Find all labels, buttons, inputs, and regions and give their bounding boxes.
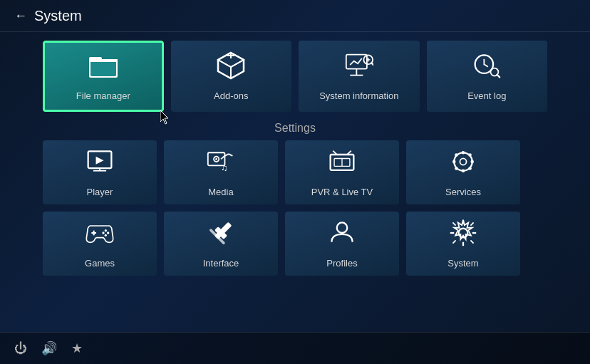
- folder-icon: [89, 51, 118, 86]
- svg-line-66: [470, 222, 473, 225]
- pvr-icon: [328, 147, 356, 182]
- tile-interface[interactable]: Interface: [164, 212, 278, 276]
- back-button[interactable]: ←: [14, 9, 27, 24]
- tile-player[interactable]: Player: [43, 140, 157, 204]
- svg-point-44: [470, 160, 474, 164]
- top-tiles-row: File manager Add-ons: [0, 32, 590, 120]
- settings-grid: Player ♫ Media: [0, 140, 590, 276]
- tile-player-label: Player: [87, 187, 113, 197]
- tile-games-label: Games: [85, 258, 115, 269]
- profiles-icon: [328, 219, 356, 254]
- tile-games[interactable]: Games: [43, 212, 157, 276]
- tile-system-information-label: System information: [319, 90, 398, 101]
- svg-rect-2: [90, 61, 116, 76]
- tile-file-manager-label: File manager: [76, 90, 130, 101]
- header: ← System: [0, 0, 590, 32]
- tile-profiles-label: Profiles: [326, 258, 357, 269]
- box-icon: [217, 51, 245, 86]
- svg-point-29: [215, 158, 217, 160]
- tile-profiles[interactable]: Profiles: [285, 212, 399, 276]
- svg-point-48: [455, 167, 458, 170]
- power-button[interactable]: ⏻: [14, 341, 27, 356]
- svg-point-53: [102, 232, 104, 234]
- tile-pvr-live-tv[interactable]: PVR & Live TV: [285, 140, 399, 204]
- svg-point-40: [460, 158, 466, 165]
- tile-add-ons[interactable]: Add-ons: [171, 41, 291, 112]
- svg-rect-3: [89, 59, 118, 62]
- settings-header: Settings: [0, 122, 590, 135]
- tile-system[interactable]: System: [406, 212, 520, 276]
- tile-interface-label: Interface: [203, 258, 239, 269]
- bottom-bar: ⏻ 🔊 ★: [0, 332, 590, 364]
- services-icon: [449, 147, 477, 182]
- tv-play-icon: [86, 147, 114, 182]
- svg-line-64: [452, 222, 455, 225]
- svg-point-41: [462, 151, 465, 155]
- svg-line-8: [231, 60, 244, 67]
- svg-line-67: [452, 240, 455, 243]
- tile-system-label: System: [447, 258, 478, 269]
- tile-event-log[interactable]: Event log: [427, 41, 547, 112]
- gamepad-icon: [86, 219, 114, 254]
- svg-point-51: [105, 229, 107, 232]
- tile-services-label: Services: [445, 187, 481, 197]
- svg-text:♫: ♫: [221, 162, 228, 173]
- svg-point-52: [107, 232, 109, 234]
- svg-line-20: [485, 64, 488, 67]
- page-title: System: [34, 8, 82, 24]
- tile-pvr-live-tv-label: PVR & Live TV: [311, 187, 373, 197]
- tile-system-information[interactable]: System information: [299, 41, 419, 112]
- svg-point-47: [468, 153, 472, 157]
- tile-services[interactable]: Services: [406, 140, 520, 204]
- svg-point-45: [455, 153, 458, 157]
- svg-point-42: [462, 169, 465, 172]
- tile-event-log-label: Event log: [467, 90, 506, 101]
- svg-point-46: [468, 167, 472, 170]
- svg-line-32: [229, 154, 232, 156]
- svg-marker-24: [96, 157, 104, 165]
- clock-search-icon: [472, 51, 501, 86]
- svg-point-58: [337, 222, 348, 233]
- svg-line-7: [218, 60, 231, 67]
- system-icon: [449, 219, 477, 254]
- tile-add-ons-label: Add-ons: [214, 90, 248, 101]
- svg-line-22: [497, 75, 500, 78]
- svg-point-54: [105, 234, 107, 236]
- interface-icon: [207, 219, 235, 254]
- volume-button[interactable]: 🔊: [41, 340, 57, 356]
- settings-row-1: Player ♫ Media: [43, 140, 547, 204]
- svg-line-65: [470, 240, 473, 243]
- monitor-chart-icon: [345, 51, 373, 86]
- tile-media-label: Media: [208, 187, 233, 197]
- tile-file-manager[interactable]: File manager: [43, 41, 164, 112]
- favorites-button[interactable]: ★: [71, 340, 83, 356]
- settings-row-2: Games Interface Profiles: [43, 212, 547, 276]
- svg-line-15: [371, 63, 373, 66]
- media-icon: ♫: [207, 147, 235, 182]
- svg-point-43: [452, 160, 456, 164]
- tile-media[interactable]: ♫ Media: [164, 140, 278, 204]
